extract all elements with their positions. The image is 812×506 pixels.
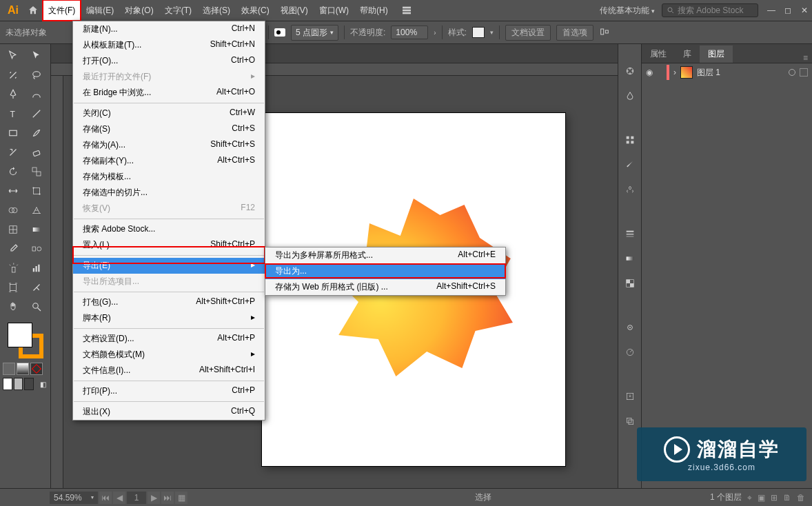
locate-layer-icon[interactable]: ⌖ — [747, 493, 752, 503]
slice-tool[interactable] — [26, 279, 47, 296]
nav-page[interactable]: 1 — [127, 492, 146, 504]
direct-selection-tool[interactable] — [26, 47, 47, 65]
menu-item[interactable]: 新建(N)...Ctrl+N — [73, 21, 265, 37]
rectangle-tool[interactable] — [3, 124, 23, 142]
new-sublayer-icon[interactable]: ⊞ — [771, 493, 778, 503]
tab-properties[interactable]: 属性 — [642, 45, 675, 63]
prefs-button[interactable]: 首选项 — [556, 25, 593, 41]
pen-tool[interactable] — [3, 85, 23, 103]
panel-menu-icon[interactable]: ≡ — [799, 53, 812, 63]
menu-item[interactable]: 搜索 Adobe Stock... — [73, 221, 265, 237]
target-icon[interactable] — [789, 69, 795, 76]
nav-first[interactable]: ⏮ — [99, 492, 112, 504]
stroke-combo[interactable]: 5 点圆形▾ — [291, 25, 338, 41]
menu-item[interactable]: 存储(S)Ctrl+S — [73, 121, 265, 137]
close-button[interactable]: ✕ — [800, 6, 809, 15]
scale-tool[interactable] — [26, 163, 47, 181]
nav-last[interactable]: ⏭ — [161, 492, 174, 504]
perspective-grid-tool[interactable] — [26, 201, 47, 219]
shape-builder-tool[interactable] — [3, 201, 23, 219]
home-icon[interactable] — [23, 1, 43, 20]
menu-item[interactable]: 打包(G)...Alt+Shift+Ctrl+P — [73, 294, 265, 310]
layer-name[interactable]: 图层 1 — [697, 67, 784, 79]
width-tool[interactable] — [3, 182, 23, 200]
tab-libraries[interactable]: 库 — [675, 45, 700, 63]
menu-type[interactable]: 文字(T) — [159, 0, 197, 21]
chevron-right-icon[interactable]: › — [434, 29, 436, 37]
chevron-down-icon[interactable]: ▾ — [490, 29, 494, 36]
menu-item[interactable]: 退出(X)Ctrl+Q — [73, 404, 265, 420]
tab-layers[interactable]: 图层 — [700, 45, 733, 63]
swatches-icon[interactable] — [622, 132, 638, 148]
align-icon[interactable] — [599, 26, 611, 39]
artboard-tool[interactable] — [3, 279, 23, 296]
zoom-tool[interactable] — [26, 298, 47, 316]
eyedropper-tool[interactable] — [3, 240, 23, 258]
style-swatch[interactable] — [472, 27, 485, 38]
menu-effect[interactable]: 效果(C) — [236, 0, 275, 21]
asset-export-icon[interactable] — [622, 389, 638, 404]
menu-item[interactable]: 关闭(C)Ctrl+W — [73, 105, 265, 121]
hand-tool[interactable] — [3, 298, 23, 316]
menu-item[interactable]: 存储为 Web 所用格式 (旧版) ...Alt+Shift+Ctrl+S — [265, 279, 505, 295]
search-input[interactable]: 搜索 Adobe Stock — [662, 3, 758, 17]
expand-icon[interactable]: › — [673, 68, 676, 77]
fill-stroke-indicator[interactable] — [6, 321, 45, 360]
menu-edit[interactable]: 编辑(E) — [81, 0, 119, 21]
menu-item[interactable]: 文档颜色模式(M)▸ — [73, 347, 265, 363]
symbol-sprayer-tool[interactable] — [3, 259, 23, 277]
menu-item[interactable]: 导出为多种屏幕所用格式...Alt+Ctrl+E — [265, 247, 505, 263]
menu-item[interactable]: 打印(P)...Ctrl+P — [73, 383, 265, 399]
blend-tool[interactable] — [26, 240, 47, 258]
menu-item[interactable]: 存储为模板... — [73, 169, 265, 185]
rotate-tool[interactable] — [3, 163, 23, 181]
artboards-panel-icon[interactable] — [622, 414, 638, 429]
eraser-tool[interactable] — [26, 143, 47, 161]
menu-item[interactable]: 打开(O)...Ctrl+O — [73, 53, 265, 69]
menu-item[interactable]: 存储副本(Y)...Alt+Ctrl+S — [73, 153, 265, 169]
layer-row[interactable]: ◉ › 图层 1 — [642, 63, 812, 81]
brushes-icon[interactable] — [622, 157, 638, 172]
graphic-styles-icon[interactable] — [622, 345, 638, 360]
new-layer-icon[interactable]: 🗎 — [783, 493, 791, 503]
symbols-icon[interactable] — [622, 182, 638, 197]
stroke-panel-icon[interactable] — [622, 226, 638, 241]
appearance-icon[interactable] — [622, 320, 638, 335]
menu-item[interactable]: 存储为(A)...Shift+Ctrl+S — [73, 137, 265, 153]
color-guide-icon[interactable] — [622, 88, 638, 103]
selection-tool[interactable] — [3, 47, 23, 65]
magic-wand-tool[interactable] — [3, 66, 23, 84]
arrange-docs-icon[interactable] — [398, 5, 416, 16]
menu-item[interactable]: 导出(E)▸ — [73, 258, 265, 274]
minimize-button[interactable]: — — [767, 6, 776, 15]
menu-item[interactable]: 置入(L)...Shift+Ctrl+P — [73, 237, 265, 253]
stroke-swatch[interactable] — [274, 28, 285, 37]
curvature-tool[interactable] — [26, 85, 47, 103]
menu-item[interactable]: 从模板新建(T)...Shift+Ctrl+N — [73, 37, 265, 53]
free-transform-tool[interactable] — [26, 182, 47, 200]
make-clip-icon[interactable]: ▣ — [758, 493, 765, 503]
menu-select[interactable]: 选择(S) — [197, 0, 236, 21]
shaper-tool[interactable] — [3, 143, 23, 161]
doc-setup-button[interactable]: 文档设置 — [505, 25, 551, 41]
line-tool[interactable] — [26, 105, 47, 123]
draw-mode-icons[interactable] — [0, 363, 50, 375]
nav-prev[interactable]: ◀ — [113, 492, 125, 504]
menu-file[interactable]: 文件(F) — [43, 0, 81, 21]
gradient-tool[interactable] — [26, 221, 47, 239]
menu-item[interactable]: 导出为... — [265, 263, 505, 279]
type-tool[interactable]: T — [3, 105, 23, 123]
menu-help[interactable]: 帮助(H) — [354, 0, 394, 21]
zoom-level[interactable]: 54.59%▾ — [50, 492, 98, 504]
menu-item[interactable]: 存储选中的切片... — [73, 185, 265, 201]
color-panel-icon[interactable] — [622, 63, 638, 79]
mesh-tool[interactable] — [3, 221, 23, 239]
menu-window[interactable]: 窗口(W) — [314, 0, 354, 21]
menu-item[interactable]: 文件信息(I)...Alt+Shift+Ctrl+I — [73, 363, 265, 378]
lasso-tool[interactable] — [26, 66, 47, 84]
menu-item[interactable]: 脚本(R)▸ — [73, 310, 265, 326]
workspace-switcher[interactable]: 传统基本功能 ▾ — [593, 5, 662, 17]
gradient-panel-icon[interactable] — [622, 251, 638, 266]
visibility-icon[interactable]: ◉ — [646, 68, 653, 77]
paintbrush-tool[interactable] — [26, 124, 47, 142]
